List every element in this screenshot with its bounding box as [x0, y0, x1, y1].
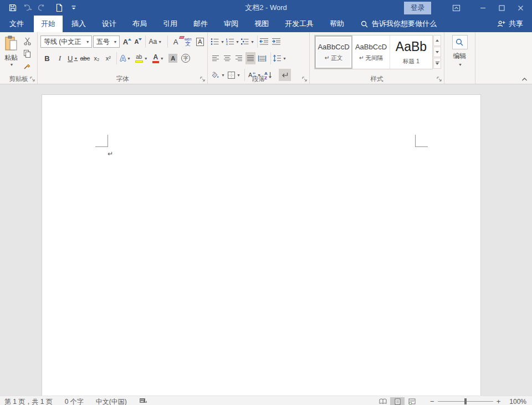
- numbering-button[interactable]: ▼: [226, 36, 239, 48]
- undo-button[interactable]: [20, 1, 34, 14]
- editing-button[interactable]: [452, 35, 468, 49]
- close-button[interactable]: [511, 1, 530, 14]
- tab-view[interactable]: 视图: [247, 16, 276, 32]
- subscript-button[interactable]: x₂: [91, 52, 101, 64]
- font-name-select[interactable]: 等线 (中文正 ▼: [40, 36, 92, 48]
- share-button[interactable]: 共享: [497, 16, 532, 32]
- increase-indent-button[interactable]: [272, 36, 282, 48]
- align-left-button[interactable]: [211, 52, 221, 64]
- minimize-button[interactable]: [473, 1, 492, 14]
- new-document-icon: [55, 3, 63, 12]
- customize-qat-button[interactable]: [66, 1, 81, 14]
- tab-references[interactable]: 引用: [156, 16, 185, 32]
- line-spacing-button[interactable]: ▼: [273, 52, 287, 64]
- tab-layout[interactable]: 布局: [125, 16, 154, 32]
- strikethrough-button[interactable]: abc: [80, 52, 90, 64]
- tab-review[interactable]: 审阅: [217, 16, 245, 32]
- distribute-text-button[interactable]: [257, 52, 267, 64]
- redo-button[interactable]: [34, 1, 49, 14]
- tab-insert[interactable]: 插入: [64, 16, 93, 32]
- multilevel-list-button[interactable]: ▼: [241, 36, 254, 48]
- clipboard-dialog-launcher[interactable]: [30, 77, 35, 82]
- justify-button[interactable]: [245, 52, 255, 64]
- tab-home[interactable]: 开始: [34, 16, 63, 32]
- tab-design[interactable]: 设计: [95, 16, 124, 32]
- zoom-slider-thumb[interactable]: [464, 398, 467, 404]
- bullets-icon: [211, 38, 219, 45]
- align-right-icon: [235, 55, 243, 62]
- zoom-percentage[interactable]: 100%: [509, 398, 526, 405]
- proofing-status-button[interactable]: [139, 397, 147, 404]
- new-document-button[interactable]: [52, 1, 66, 14]
- bold-button[interactable]: B: [42, 52, 52, 64]
- save-button[interactable]: [6, 1, 20, 14]
- superscript-button[interactable]: x²: [103, 52, 113, 64]
- paragraph-dialog-launcher[interactable]: [302, 77, 308, 82]
- phonetic-guide-button[interactable]: wén 文: [182, 36, 194, 48]
- styles-scroll-up-button[interactable]: [433, 35, 441, 46]
- change-case-button[interactable]: Aa ▼: [147, 36, 163, 48]
- zoom-slider[interactable]: [438, 401, 493, 402]
- grow-font-button[interactable]: A: [122, 36, 133, 48]
- page-indicator[interactable]: 第 1 页，共 1 页: [4, 397, 53, 405]
- text-effects-dropdown-arrow: ▼: [127, 57, 131, 60]
- align-center-button[interactable]: [222, 52, 232, 64]
- numbering-dropdown-arrow: ▼: [236, 40, 239, 44]
- bullets-button[interactable]: ▼: [211, 36, 224, 48]
- tab-developer[interactable]: 开发工具: [278, 16, 321, 32]
- style-heading1[interactable]: AaBb 标题 1: [390, 36, 432, 69]
- ribbon-display-options-button[interactable]: [447, 1, 466, 14]
- margin-crop-mark-top-right: [415, 135, 428, 147]
- style-normal[interactable]: AaBbCcD ↵ 正文: [315, 36, 352, 69]
- styles-scroll-down-button[interactable]: [433, 47, 441, 58]
- styles-more-button[interactable]: [433, 58, 441, 69]
- font-size-select[interactable]: 五号 ▼: [93, 36, 120, 48]
- character-shading-button[interactable]: A: [167, 52, 178, 64]
- bullets-dropdown-arrow: ▼: [221, 40, 224, 44]
- paste-icon: [4, 36, 18, 52]
- group-font: 等线 (中文正 ▼ 五号 ▼ A A Aa ▼ A: [38, 32, 208, 84]
- text-highlight-button[interactable]: ab ▼: [134, 52, 149, 64]
- sign-in-button[interactable]: 登录: [404, 2, 431, 14]
- shrink-font-button[interactable]: A: [132, 36, 144, 48]
- paste-button[interactable]: 粘贴 ▼: [1, 34, 21, 74]
- underline-button[interactable]: U▼: [68, 52, 78, 64]
- format-painter-button[interactable]: [21, 60, 33, 72]
- font-group-label: 字体: [38, 75, 207, 83]
- align-right-button[interactable]: [234, 52, 244, 64]
- document-page[interactable]: ↵: [42, 94, 481, 396]
- font-dialog-launcher[interactable]: [200, 77, 206, 82]
- tab-mailings[interactable]: 邮件: [186, 16, 215, 32]
- align-center-icon: [223, 55, 231, 62]
- styles-dialog-launcher[interactable]: [437, 77, 442, 82]
- word-count[interactable]: 0 个字: [65, 397, 84, 405]
- print-layout-view-button[interactable]: [390, 397, 405, 405]
- font-name-dropdown-arrow: ▼: [86, 40, 90, 44]
- text-effects-button[interactable]: A ▼: [119, 52, 132, 64]
- read-mode-view-button[interactable]: [376, 397, 390, 405]
- zoom-out-button[interactable]: −: [427, 398, 438, 405]
- tell-me-search[interactable]: 告诉我你想要做什么: [361, 16, 437, 32]
- editing-label: 编辑: [453, 52, 467, 61]
- zoom-control: − + 100%: [427, 398, 528, 405]
- language-indicator[interactable]: 中文(中国): [96, 397, 127, 405]
- tab-file[interactable]: 文件: [1, 16, 32, 32]
- tab-help[interactable]: 帮助: [323, 16, 351, 32]
- cut-button[interactable]: [21, 36, 33, 47]
- zoom-in-button[interactable]: +: [493, 398, 504, 405]
- maximize-button[interactable]: [492, 1, 511, 14]
- web-layout-view-button[interactable]: [405, 397, 419, 405]
- read-mode-icon: [379, 398, 387, 404]
- character-border-button[interactable]: A: [194, 36, 206, 48]
- decrease-indent-button[interactable]: [259, 36, 269, 48]
- phonetic-icon: wén 文: [185, 37, 192, 47]
- italic-button[interactable]: I: [55, 52, 65, 64]
- collapse-ribbon-button[interactable]: [521, 77, 528, 82]
- style-no-spacing[interactable]: AaBbCcD ↵ 无间隔: [352, 36, 390, 69]
- justify-icon: [247, 55, 254, 62]
- margin-crop-mark-top-left: [95, 135, 108, 147]
- copy-button[interactable]: [21, 48, 33, 59]
- clear-formatting-button[interactable]: A: [170, 36, 182, 48]
- enclose-characters-button[interactable]: 字: [180, 52, 191, 64]
- font-color-button[interactable]: A ▼: [151, 52, 165, 64]
